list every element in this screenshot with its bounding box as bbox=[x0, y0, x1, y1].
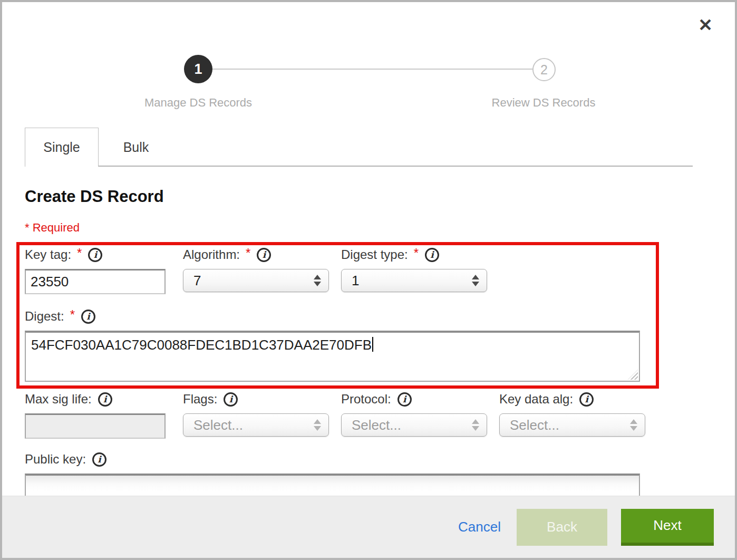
back-button[interactable]: Back bbox=[517, 509, 607, 546]
flags-info-icon[interactable]: i bbox=[224, 392, 238, 407]
next-button[interactable]: Next bbox=[621, 509, 714, 546]
cancel-button[interactable]: Cancel bbox=[458, 519, 501, 535]
public-key-info-icon[interactable]: i bbox=[92, 452, 106, 467]
select-stepper-icon bbox=[314, 275, 321, 286]
required-asterisk: * bbox=[414, 246, 419, 260]
algorithm-field-group: Algorithm: * i 7 bbox=[183, 246, 329, 292]
flags-selected-value: Select... bbox=[193, 417, 314, 433]
algorithm-selected-value: 7 bbox=[193, 273, 314, 289]
required-asterisk: * bbox=[77, 246, 82, 260]
protocol-field-group: Protocol: i Select... bbox=[341, 390, 487, 437]
select-stepper-icon bbox=[472, 275, 479, 286]
step-2-indicator: 2 bbox=[532, 58, 556, 81]
digest-type-label: Digest type: bbox=[341, 247, 408, 262]
stepper-connector-line bbox=[198, 69, 544, 70]
key-data-alg-select[interactable]: Select... bbox=[499, 413, 645, 437]
max-sig-life-info-icon[interactable]: i bbox=[98, 392, 112, 407]
key-tag-label: Key tag: bbox=[25, 247, 71, 262]
digest-type-selected-value: 1 bbox=[352, 273, 472, 289]
tab-bulk[interactable]: Bulk bbox=[99, 128, 173, 167]
protocol-select[interactable]: Select... bbox=[341, 413, 487, 437]
public-key-label: Public key: bbox=[25, 452, 86, 467]
key-tag-field-group: Key tag: * i 23550 bbox=[25, 246, 166, 294]
page-title: Create DS Record bbox=[25, 187, 164, 206]
digest-info-icon[interactable]: i bbox=[81, 310, 95, 324]
digest-type-select[interactable]: 1 bbox=[341, 269, 487, 292]
digest-type-field-group: Digest type: * i 1 bbox=[341, 246, 487, 292]
resize-handle-icon[interactable] bbox=[628, 370, 638, 380]
key-data-alg-info-icon[interactable]: i bbox=[579, 392, 594, 407]
tab-bar-underline bbox=[98, 166, 693, 167]
max-sig-life-input[interactable] bbox=[25, 413, 166, 439]
key-data-alg-label: Key data alg: bbox=[499, 392, 573, 407]
key-data-alg-field-group: Key data alg: i Select... bbox=[499, 390, 645, 437]
flags-select[interactable]: Select... bbox=[183, 413, 329, 437]
modal-footer: Cancel Back Next bbox=[2, 496, 735, 558]
create-ds-record-modal: ✕ 1 2 Manage DS Records Review DS Record… bbox=[0, 0, 737, 560]
close-button[interactable]: ✕ bbox=[694, 14, 717, 37]
digest-type-info-icon[interactable]: i bbox=[425, 248, 439, 262]
flags-field-group: Flags: i Select... bbox=[183, 390, 329, 437]
text-caret bbox=[372, 337, 373, 352]
key-tag-value: 23550 bbox=[31, 274, 69, 290]
select-stepper-icon bbox=[472, 419, 479, 431]
digest-value: 54FCF030AA1C79C0088FDEC1BD1C37DAA2E70DFB bbox=[31, 337, 372, 353]
digest-field-group: Digest: * i 54FCF030AA1C79C0088FDEC1BD1C… bbox=[25, 307, 640, 382]
flags-label: Flags: bbox=[183, 392, 217, 407]
max-sig-life-field-group: Max sig life: i bbox=[25, 390, 166, 439]
key-tag-input[interactable]: 23550 bbox=[25, 269, 166, 294]
max-sig-life-label: Max sig life: bbox=[25, 392, 92, 407]
step-2-label: Review DS Records bbox=[492, 96, 596, 110]
algorithm-select[interactable]: 7 bbox=[183, 269, 329, 292]
step-1-indicator: 1 bbox=[184, 55, 212, 83]
digest-textarea[interactable]: 54FCF030AA1C79C0088FDEC1BD1C37DAA2E70DFB bbox=[25, 331, 640, 382]
required-asterisk: * bbox=[70, 307, 75, 322]
key-data-alg-selected-value: Select... bbox=[510, 417, 630, 433]
required-note: * Required bbox=[25, 221, 80, 235]
key-tag-info-icon[interactable]: i bbox=[88, 248, 102, 262]
select-stepper-icon bbox=[630, 419, 637, 431]
protocol-selected-value: Select... bbox=[352, 417, 472, 433]
algorithm-label: Algorithm: bbox=[183, 247, 240, 262]
protocol-label: Protocol: bbox=[341, 392, 391, 407]
select-stepper-icon bbox=[314, 419, 321, 431]
step-1-label: Manage DS Records bbox=[144, 96, 252, 110]
protocol-info-icon[interactable]: i bbox=[397, 392, 412, 407]
digest-label: Digest: bbox=[25, 309, 64, 324]
algorithm-info-icon[interactable]: i bbox=[257, 248, 271, 262]
required-asterisk: * bbox=[246, 246, 250, 260]
tab-single[interactable]: Single bbox=[25, 128, 99, 167]
close-icon: ✕ bbox=[698, 15, 713, 35]
